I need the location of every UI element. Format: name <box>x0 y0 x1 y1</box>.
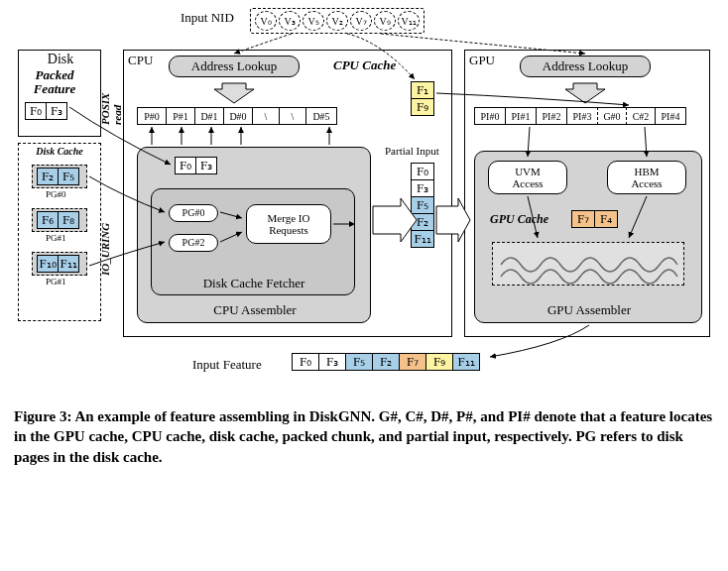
packed-feature-cells: F₀ F₃ <box>25 102 67 120</box>
gpu-buffer <box>492 242 684 286</box>
partial-input-cells: F₀ F₃ F₅ F₂ F₁₁ <box>411 163 434 247</box>
nid-pill: V₁₁ <box>398 11 420 31</box>
gpu-title: GPU <box>469 53 495 68</box>
pg-input-1: PG#2 <box>169 234 218 252</box>
page-label: PG#0 <box>46 189 66 199</box>
input-nid-label: Input NID <box>181 10 234 26</box>
partial-input-label: Partial Input <box>385 145 439 157</box>
disk-page-2: F₁₀ F₁₁ PG#1 <box>32 252 87 276</box>
gpu-cache-cells: F₇ F₄ <box>571 210 618 228</box>
disk-title: Disk <box>21 52 100 67</box>
cpu-packed-features: F₀ F₃ <box>175 157 217 174</box>
hbm-access: HBMAccess <box>607 161 686 194</box>
feature-cell: F₉ <box>411 98 434 116</box>
feature-cell: F₁₀ <box>37 255 59 273</box>
disk-page-1: F₆ F₈ PG#1 <box>32 208 87 232</box>
input-feature-label: Input Feature <box>192 357 262 373</box>
io-uring-label: IO_URING <box>99 186 111 276</box>
feature-cell: F₅ <box>58 168 79 185</box>
gpu-address-lookup: Address Lookup <box>520 56 651 77</box>
disk-panel: Disk PackedFeature F₀ F₃ <box>18 50 101 137</box>
merge-io: Merge IORequests <box>246 204 331 244</box>
feature-cell: F₆ <box>37 211 59 229</box>
input-feature-cells: F₀ F₃ F₅ F₂ F₇ F₉ F₁₁ <box>292 353 480 371</box>
fetcher-label: Disk Cache Fetcher <box>152 276 356 291</box>
nid-pill: V₉ <box>374 11 396 31</box>
disk-page-0: F₂ F₅ PG#0 <box>32 165 87 188</box>
nid-pill: V₅ <box>303 11 324 31</box>
feature-cell: F₈ <box>58 211 79 229</box>
nid-pill: V₇ <box>350 11 372 31</box>
figure-caption: Figure 3: An example of feature assembli… <box>14 406 714 467</box>
gpu-address-slots: PI#0 PI#1 PI#2 PI#3 G#0 C#2 PI#4 <box>474 107 686 125</box>
uvm-access: UVMAccess <box>488 161 567 194</box>
feature-cell: F₂ <box>37 168 59 185</box>
page-label: PG#1 <box>46 233 66 243</box>
pg-input-0: PG#0 <box>169 204 218 222</box>
posix-read-label: POSIXread <box>99 65 123 125</box>
packed-feature-label: PackedFeature <box>21 68 88 97</box>
page-label: PG#1 <box>46 277 66 286</box>
buffer-wave-icon <box>493 243 685 286</box>
input-nid-pills: V₀ V₃ V₅ V₂ V₇ V₉ V₁₁ <box>250 8 425 34</box>
nid-pill: V₀ <box>255 11 277 31</box>
diagram-root: Input NID V₀ V₃ V₅ V₂ V₇ V₉ V₁₁ Disk Pac… <box>14 8 714 395</box>
cpu-cache-label: CPU Cache <box>333 57 396 73</box>
cpu-title: CPU <box>128 53 153 68</box>
gpu-cache-label: GPU Cache <box>490 212 548 227</box>
feature-cell: F₁ <box>411 81 434 99</box>
feature-cell: F₃ <box>46 102 67 120</box>
cpu-cache-cells: F₁ F₉ <box>411 81 434 115</box>
nid-pill: V₂ <box>326 11 348 31</box>
disk-cache-label: Disk Cache <box>21 146 98 157</box>
nid-pill: V₃ <box>279 11 301 31</box>
feature-cell: F₁₁ <box>58 255 79 273</box>
feature-cell: F₀ <box>25 102 47 120</box>
cpu-address-lookup: Address Lookup <box>169 56 300 77</box>
cpu-address-slots: P#0 P#1 D#1 D#0 \ \ D#5 <box>137 107 337 125</box>
cpu-assembler-label: CPU Assembler <box>138 302 372 318</box>
gpu-assembler-label: GPU Assembler <box>475 302 703 318</box>
